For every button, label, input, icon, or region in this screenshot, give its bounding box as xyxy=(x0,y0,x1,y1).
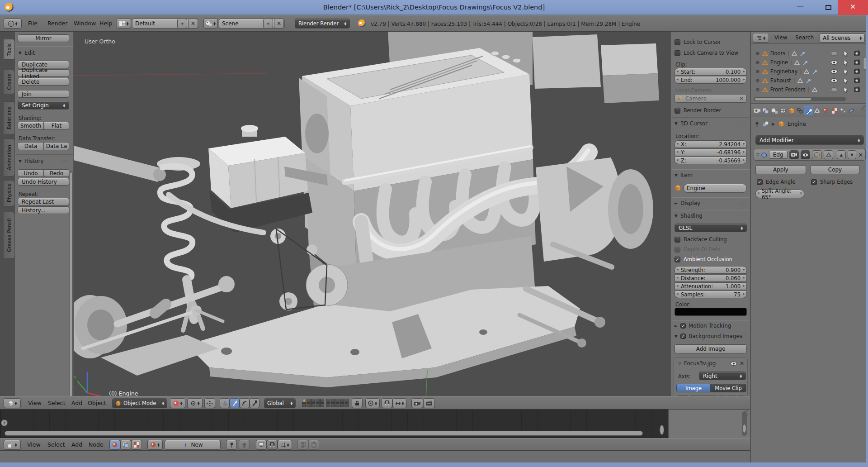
expand-icon[interactable]: ⊕ xyxy=(755,50,760,57)
node-hscrollbar[interactable] xyxy=(5,431,643,436)
opengl-render-button[interactable] xyxy=(411,398,423,408)
region-expand-icon[interactable]: + xyxy=(1,419,8,426)
outliner-display-mode-select[interactable]: All Scenes▲▼ xyxy=(820,33,865,43)
render-engine-select[interactable]: Blender Render▲▼ xyxy=(295,19,350,29)
duplicate-linked-button[interactable]: Duplicate Linked xyxy=(18,69,69,77)
delete-scene-button[interactable]: ✕ xyxy=(274,19,284,29)
mode-select[interactable]: Object Mode▲▼ xyxy=(112,398,167,408)
tab-world[interactable] xyxy=(778,106,787,115)
node-tree-compositing-toggle[interactable] xyxy=(120,440,131,450)
cursor-z-field[interactable]: ◂Z:-0.45669▸ xyxy=(675,157,747,164)
add-image-button[interactable]: Add Image xyxy=(675,344,747,353)
join-button[interactable]: Join xyxy=(18,90,69,98)
menu-render[interactable]: Render xyxy=(47,15,68,31)
tab-physics[interactable] xyxy=(847,106,856,115)
history-panel-header[interactable]: ▼History:::: xyxy=(19,158,70,164)
node-sidebar-scrollbar[interactable] xyxy=(742,424,746,433)
menu-window[interactable]: Window xyxy=(74,15,96,31)
tab-material[interactable] xyxy=(821,106,830,115)
modifier-cage-toggle[interactable] xyxy=(824,150,833,159)
snap-toggle[interactable] xyxy=(382,398,392,408)
ao-distance-field[interactable]: ◂Distance:0.060▸ xyxy=(675,274,747,282)
view3d-menu-select[interactable]: Select xyxy=(48,396,66,409)
cursor-x-field[interactable]: ◂X:2.94204▸ xyxy=(675,140,747,148)
tab-render[interactable] xyxy=(753,106,761,115)
shade-smooth-button[interactable]: Smooth xyxy=(18,122,44,130)
tab-texture[interactable] xyxy=(830,106,839,115)
node-menu-add[interactable]: Add xyxy=(71,438,82,450)
layers-grid-right[interactable] xyxy=(326,399,349,407)
maximize-button[interactable] xyxy=(819,0,837,15)
node-menu-view[interactable]: View xyxy=(27,438,41,450)
edit-panel-header[interactable]: ▼Edit:::: xyxy=(19,50,70,56)
pin-icon[interactable] xyxy=(755,121,760,127)
menu-help[interactable]: Help xyxy=(99,15,113,31)
modifier-panel-header[interactable]: ▽ Edg ▲ ▼ ✕ xyxy=(754,149,866,161)
clip-end-field[interactable]: ◂End:1000.000▸ xyxy=(675,76,747,84)
tab-object-data[interactable] xyxy=(813,106,821,115)
snap-element-select[interactable]: ▲▼ xyxy=(392,398,407,408)
axis-select[interactable]: Right▲▼ xyxy=(699,372,746,380)
toolshelf-scrollbar[interactable] xyxy=(70,172,73,405)
undo-history-button[interactable]: Undo History xyxy=(18,178,69,186)
layers-grid-left[interactable] xyxy=(302,399,324,407)
shelf-tab-physics[interactable]: Physics xyxy=(4,180,15,206)
node-material-browse[interactable]: ▲▼ xyxy=(147,440,163,450)
render-border-checkbox[interactable]: Render Border xyxy=(675,107,721,114)
tab-object[interactable] xyxy=(787,106,796,115)
tab-modifiers[interactable] xyxy=(804,106,813,115)
editor-type-3dview-button[interactable]: ▲▼ xyxy=(4,398,21,408)
modifier-move-down-button[interactable]: ▼ xyxy=(848,150,856,159)
shade-flat-button[interactable]: Flat xyxy=(44,122,69,130)
minimize-button[interactable]: — xyxy=(791,0,809,15)
view3d-menu-object[interactable]: Object xyxy=(88,396,106,409)
node-vscrollbar[interactable] xyxy=(660,425,664,435)
tab-particles[interactable] xyxy=(839,106,847,115)
manipulator-rotate-toggle[interactable] xyxy=(240,398,250,408)
node-backdrop-toggle[interactable] xyxy=(256,440,267,450)
node-tree-texture-toggle[interactable] xyxy=(131,440,142,450)
viewport[interactable]: x y User Ortho (0) Engine xyxy=(74,32,670,410)
backface-culling-checkbox[interactable]: Backface Culling xyxy=(675,236,727,243)
repeat-last-button[interactable]: Repeat Last xyxy=(18,198,69,205)
add-scene-button[interactable]: ＋ xyxy=(263,19,273,29)
eye-icon[interactable] xyxy=(731,362,737,366)
cursor-y-field[interactable]: ◂Y:-0.68196▸ xyxy=(675,148,747,156)
item-panel-header[interactable]: ▼Item:::: xyxy=(675,172,748,178)
go-parent-node-button[interactable] xyxy=(239,440,250,450)
clear-icon[interactable]: ✕ xyxy=(739,95,744,102)
outliner-menu-search[interactable]: Search xyxy=(795,32,814,43)
view3d-menu-view[interactable]: View xyxy=(28,396,42,409)
screen-layout-icon-button[interactable]: ▲▼ xyxy=(117,19,131,29)
set-origin-select[interactable]: Set Origin▲▼ xyxy=(18,101,69,110)
manipulator-scale-toggle[interactable] xyxy=(250,398,259,408)
ao-attenuation-field[interactable]: ◂Attenuation:1.000▸ xyxy=(675,282,747,290)
outliner-hscrollbar[interactable] xyxy=(755,97,811,101)
viewport-shading-select[interactable]: ▲▼ xyxy=(170,398,185,408)
opengl-render-anim-button[interactable] xyxy=(423,398,435,408)
motion-tracking-panel-header[interactable]: ►✓Motion Tracking:::: xyxy=(675,323,748,329)
ao-strength-field[interactable]: ◂Strength:0.900▸ xyxy=(675,266,747,274)
shelf-tab-animation[interactable]: Animation xyxy=(4,138,15,176)
copy-modifier-button[interactable]: Copy xyxy=(811,165,859,174)
node-tree-material-toggle[interactable] xyxy=(109,440,120,450)
modifier-render-toggle[interactable] xyxy=(789,150,799,159)
display-panel-header[interactable]: ►Display:::: xyxy=(675,200,748,206)
sharp-edges-checkbox[interactable]: ✓Sharp Edges xyxy=(811,179,853,185)
lock-to-cursor-checkbox[interactable]: Lock to Cursor xyxy=(675,39,721,45)
editor-type-outliner-button[interactable]: ▲▼ xyxy=(753,33,769,43)
close-button[interactable]: ✕ xyxy=(838,0,868,15)
ao-color-swatch[interactable] xyxy=(675,308,747,316)
lock-camera-checkbox[interactable]: Lock Camera to View xyxy=(675,50,738,56)
cursor-panel-header[interactable]: ▼3D Cursor:::: xyxy=(675,120,748,127)
bg-image-header[interactable]: ▽Focus3v.jpg ✕ xyxy=(678,360,744,367)
data-button[interactable]: Data xyxy=(18,142,44,150)
node-menu-node[interactable]: Node xyxy=(89,438,104,450)
remove-bg-image-icon[interactable]: ✕ xyxy=(740,360,744,367)
tab-render-layers[interactable] xyxy=(761,106,770,115)
modifier-show-viewport-toggle[interactable] xyxy=(801,150,810,159)
ao-samples-field[interactable]: ◂Samples:75▸ xyxy=(675,291,747,298)
bg-source-image-tab[interactable]: Image xyxy=(676,384,711,392)
expand-icon[interactable]: ⊕ xyxy=(755,77,760,84)
delete-layout-button[interactable]: ✕ xyxy=(188,19,198,29)
